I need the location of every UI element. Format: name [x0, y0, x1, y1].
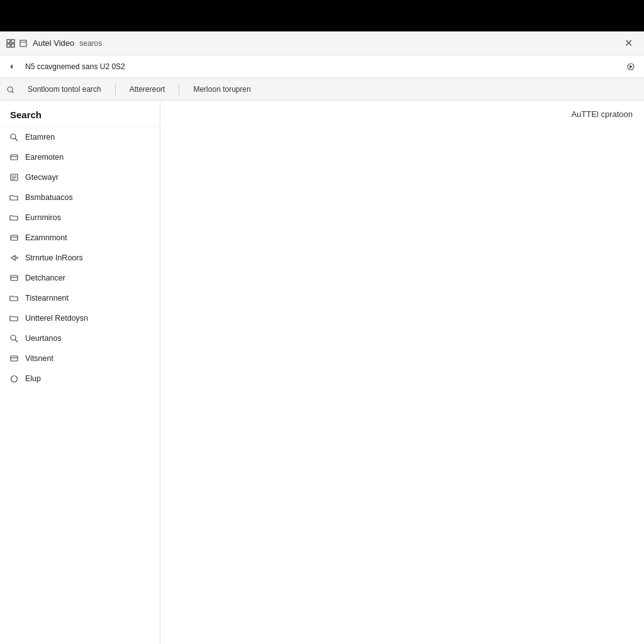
svg-point-24 — [11, 335, 16, 340]
close-button[interactable]: ✕ — [619, 35, 638, 52]
list-icon — [9, 172, 19, 182]
svg-marker-6 — [10, 64, 13, 69]
folder3-icon — [9, 313, 19, 323]
svg-line-10 — [12, 91, 14, 93]
svg-rect-22 — [11, 275, 18, 280]
arrow-icon — [9, 253, 19, 263]
tab-bar-icon — [6, 86, 14, 93]
sidebar-item-earemoten[interactable]: Earemoten — [0, 147, 160, 167]
app-title: Autel Video — [33, 38, 74, 48]
circle-icon — [9, 374, 19, 384]
sidebar-item-ueurtanos[interactable]: Ueurtanos — [0, 328, 160, 348]
sidebar: Search Etamren Earemoten Gtecwayr — [0, 101, 160, 644]
svg-rect-1 — [11, 40, 14, 43]
sidebar-label-etamren: Etamren — [25, 133, 55, 142]
sidebar-item-bsmbatuacos[interactable]: Bsmbatuacos — [0, 187, 160, 208]
sidebar-item-gtecwayr[interactable]: Gtecwayr — [0, 167, 160, 187]
title-subtitle: searos — [79, 39, 102, 48]
sidebar-item-vitsnent[interactable]: Vitsnent — [0, 348, 160, 369]
search-icon — [9, 132, 19, 142]
svg-rect-3 — [11, 44, 14, 47]
sidebar-label-gtecwayr: Gtecwayr — [25, 173, 58, 182]
folder-open-icon — [9, 213, 19, 223]
tab-bar: Sontloom tontol earch Atterereort Merloo… — [0, 78, 644, 101]
tab-settings[interactable]: Merloon torupren — [183, 81, 260, 97]
sidebar-label-untterel: Untterel Retdoysn — [25, 314, 88, 323]
top-bar — [0, 0, 644, 31]
sidebar-item-tistearnnent[interactable]: Tistearnnent — [0, 288, 160, 308]
tab-search[interactable]: Sontloom tontol earch — [18, 81, 111, 97]
nav-back-icon[interactable] — [5, 62, 18, 72]
sidebar-label-ueurtanos: Ueurtanos — [25, 334, 62, 343]
sidebar-label-bsmbatuacos: Bsmbatuacos — [25, 193, 73, 202]
svg-rect-19 — [11, 235, 18, 240]
sidebar-label-vitsnent: Vitsnent — [25, 354, 53, 363]
sidebar-item-detchancer[interactable]: Detchancer — [0, 268, 160, 288]
main-content: Search Etamren Earemoten Gtecwayr — [0, 101, 644, 644]
sidebar-label-tistearnnent: Tistearnnent — [25, 294, 69, 303]
svg-line-25 — [15, 340, 18, 342]
svg-marker-8 — [630, 65, 633, 69]
sidebar-label-earemoten: Earemoten — [25, 153, 64, 162]
svg-rect-13 — [11, 155, 18, 160]
sidebar-heading: Search — [0, 101, 160, 127]
svg-point-28 — [11, 375, 17, 382]
sidebar-item-eurnmiros[interactable]: Eurnmiros — [0, 208, 160, 228]
card4-icon — [9, 353, 19, 364]
folder-icon — [9, 192, 19, 203]
content-label: AuTTEl cpratoon — [571, 109, 633, 119]
content-area: AuTTEl cpratoon — [160, 101, 644, 644]
nav-bar: N5 ccavgnemed sans U2 0S2 — [0, 55, 644, 78]
card-icon — [9, 152, 19, 162]
sidebar-item-elup[interactable]: Elup — [0, 369, 160, 389]
sidebar-item-ezamnmont[interactable]: Ezamnmont — [0, 228, 160, 248]
card3-icon — [9, 273, 19, 283]
sidebar-item-etamren[interactable]: Etamren — [0, 127, 160, 147]
app-icon — [6, 39, 15, 48]
svg-rect-4 — [20, 40, 26, 47]
sidebar-item-strnrtue[interactable]: Strnrtue InRoors — [0, 248, 160, 268]
sidebar-label-ezamnmont: Ezamnmont — [25, 233, 67, 242]
svg-rect-0 — [7, 40, 10, 43]
svg-point-11 — [11, 134, 16, 139]
svg-line-12 — [15, 138, 18, 141]
svg-point-9 — [8, 87, 13, 92]
sidebar-item-untterel[interactable]: Untterel Retdoysn — [0, 308, 160, 328]
search2-icon — [9, 333, 19, 343]
sidebar-label-eurnmiros: Eurnmiros — [25, 213, 61, 222]
svg-marker-21 — [11, 255, 18, 260]
folder2-icon — [9, 293, 19, 303]
card2-icon — [9, 233, 19, 243]
window-icon — [19, 39, 28, 48]
svg-rect-26 — [11, 356, 18, 361]
tab-report[interactable]: Atterereort — [119, 81, 175, 97]
sidebar-label-strnrtue: Strnrtue InRoors — [25, 253, 83, 262]
sidebar-label-elup: Elup — [25, 374, 41, 383]
tab-separator-2 — [179, 83, 179, 96]
sidebar-label-detchancer: Detchancer — [25, 274, 65, 282]
tab-separator-1 — [115, 83, 116, 96]
svg-rect-2 — [7, 44, 10, 47]
nav-path: N5 ccavgnemed sans U2 0S2 — [20, 61, 620, 72]
title-bar: Autel Video searos ✕ — [0, 31, 644, 55]
nav-forward-icon[interactable] — [623, 61, 639, 72]
